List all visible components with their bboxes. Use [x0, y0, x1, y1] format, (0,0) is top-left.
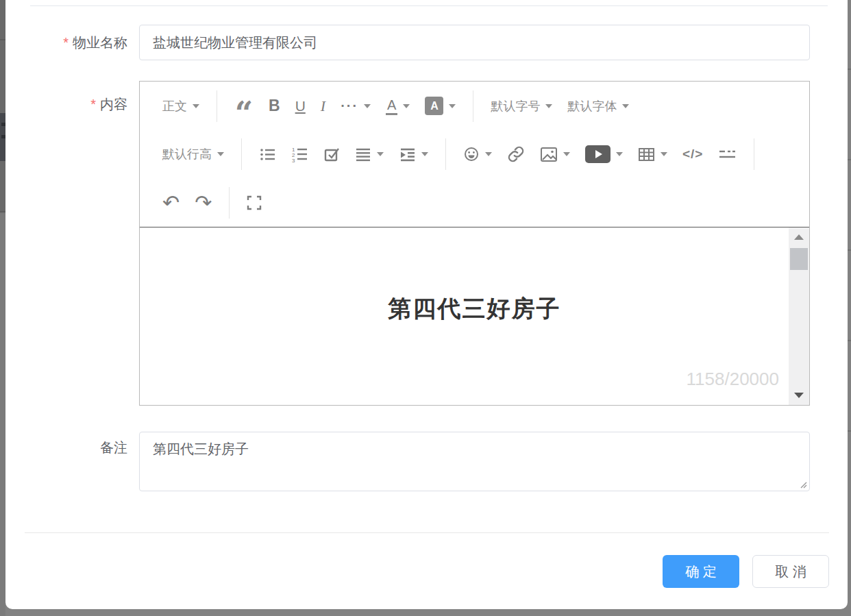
font-color-dropdown[interactable]: A	[378, 97, 417, 115]
cancel-button[interactable]: 取 消	[752, 555, 829, 588]
svg-text:3: 3	[292, 158, 295, 162]
editor-heading-text: 第四代三好房子	[140, 227, 809, 325]
bulleted-list-icon	[259, 147, 276, 162]
more-style-dropdown[interactable]: ···	[333, 98, 378, 114]
redo-button[interactable]: ↷	[187, 193, 219, 212]
bg-color-icon: A	[425, 97, 443, 115]
background-overlay-right	[848, 69, 851, 70]
toolbar-divider	[754, 138, 754, 170]
chevron-down-icon	[661, 152, 667, 156]
emoji-dropdown[interactable]	[456, 146, 500, 162]
paragraph-style-dropdown[interactable]: 正文	[155, 98, 207, 114]
footer-divider	[25, 532, 829, 533]
chevron-down-icon	[616, 152, 623, 156]
horizontal-rule-icon	[718, 148, 737, 160]
justify-icon	[355, 147, 371, 162]
confirm-button[interactable]: 确 定	[663, 555, 739, 588]
image-dropdown[interactable]	[532, 147, 578, 162]
chevron-down-icon	[563, 152, 570, 156]
modal-screen: *物业名称 盐城世纪物业管理有限公司 *内容 正文 “	[0, 0, 851, 616]
link-icon	[507, 145, 525, 163]
scrollbar-thumb[interactable]	[790, 248, 808, 270]
editor-content-area[interactable]: 第四代三好房子 1158/20000	[140, 227, 809, 405]
font-family-dropdown[interactable]: 默认字体	[560, 98, 637, 114]
more-style-icon: ···	[341, 98, 358, 114]
toolbar-divider	[217, 90, 217, 122]
toolbar-divider	[473, 90, 473, 122]
indent-dropdown[interactable]	[391, 147, 436, 162]
numbered-list-button[interactable]: 123	[284, 146, 316, 162]
todo-button[interactable]	[316, 146, 347, 162]
chevron-down-icon	[449, 104, 456, 108]
chevron-down-icon	[364, 104, 371, 108]
toolbar-divider	[445, 138, 446, 170]
word-count: 1158/20000	[687, 369, 779, 390]
content-label: *内容	[5, 96, 127, 112]
chevron-down-icon	[545, 104, 552, 108]
bold-button[interactable]: B	[261, 97, 288, 115]
background-overlay-left	[0, 0, 5, 616]
required-asterisk: *	[90, 97, 96, 112]
property-name-label: *物业名称	[5, 34, 127, 51]
scroll-down-arrow-icon[interactable]	[789, 386, 809, 405]
fullscreen-button[interactable]	[239, 195, 269, 210]
table-dropdown[interactable]	[630, 147, 675, 162]
image-icon	[540, 147, 558, 162]
undo-icon: ↶	[162, 193, 180, 212]
required-asterisk: *	[63, 35, 69, 50]
edit-dialog: *物业名称 盐城世纪物业管理有限公司 *内容 正文 “	[5, 0, 848, 609]
scroll-up-arrow-icon[interactable]	[789, 227, 809, 247]
font-color-icon: A	[386, 97, 397, 115]
todo-checkbox-icon	[323, 146, 340, 162]
chevron-down-icon	[403, 104, 410, 108]
italic-icon: I	[321, 97, 325, 115]
redo-icon: ↷	[195, 193, 212, 212]
chevron-down-icon	[485, 152, 492, 156]
remark-label: 备注	[5, 439, 127, 456]
header-divider	[30, 5, 828, 6]
quote-icon: “	[234, 98, 254, 114]
line-height-dropdown[interactable]: 默认行高	[155, 146, 232, 162]
video-icon	[585, 145, 610, 163]
editor-toolbar: 正文 “ B U I	[140, 82, 809, 227]
justify-dropdown[interactable]	[347, 147, 391, 162]
bg-color-dropdown[interactable]: A	[417, 97, 463, 115]
link-button[interactable]	[500, 145, 532, 163]
code-block-button[interactable]: </>	[675, 147, 711, 162]
numbered-list-icon: 123	[291, 146, 308, 162]
chevron-down-icon	[377, 152, 384, 156]
quote-button[interactable]: “	[227, 98, 261, 114]
fullscreen-icon	[247, 195, 262, 210]
resize-handle-icon[interactable]	[799, 480, 807, 489]
chevron-down-icon	[217, 152, 224, 156]
chevron-down-icon	[622, 104, 629, 108]
underline-button[interactable]: U	[288, 98, 313, 114]
bulleted-list-button[interactable]	[251, 147, 284, 162]
emoji-icon	[463, 146, 480, 162]
italic-button[interactable]: I	[313, 97, 333, 115]
video-dropdown[interactable]	[578, 145, 630, 163]
code-block-icon: </>	[682, 147, 703, 162]
divider-insert-button[interactable]	[711, 148, 744, 160]
toolbar-divider	[241, 138, 242, 170]
editor-scrollbar[interactable]	[789, 227, 809, 405]
chevron-down-icon	[421, 152, 428, 156]
property-name-input[interactable]: 盐城世纪物业管理有限公司	[139, 25, 810, 60]
underline-icon: U	[295, 98, 306, 114]
background-sidebar-item	[0, 113, 5, 161]
indent-icon	[399, 147, 416, 162]
chevron-down-icon	[193, 104, 199, 108]
rich-text-editor: 正文 “ B U I	[139, 81, 810, 406]
undo-button[interactable]: ↶	[155, 193, 187, 212]
font-size-dropdown[interactable]: 默认字号	[483, 98, 560, 114]
bold-icon: B	[269, 97, 280, 115]
table-icon	[638, 147, 655, 162]
toolbar-divider	[229, 187, 230, 219]
remark-textarea[interactable]: 第四代三好房子	[139, 432, 810, 491]
